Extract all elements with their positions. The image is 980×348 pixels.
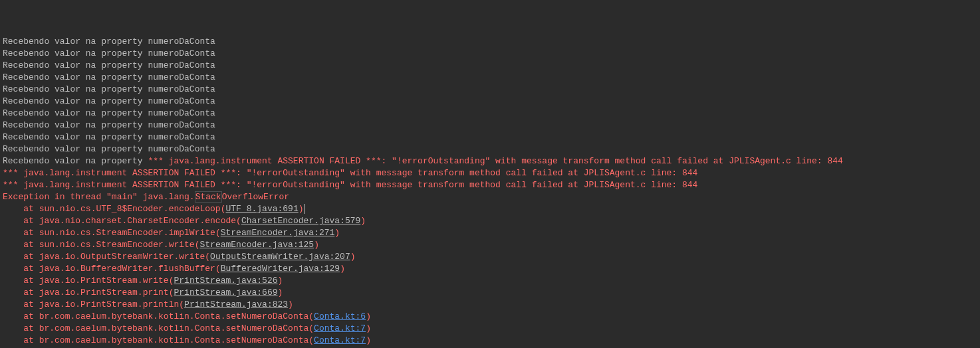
indent: [3, 263, 23, 275]
log-line: Recebendo valor na property numeroDaCont…: [3, 72, 977, 84]
stack-frame: at sun.nio.cs.StreamEncoder.implWrite(St…: [3, 227, 977, 239]
paren-close: ): [334, 228, 340, 238]
paren-close: ): [299, 204, 304, 214]
stack-frame: at java.io.OutputStreamWriter.write(Outp…: [3, 251, 977, 263]
log-line: Recebendo valor na property numeroDaCont…: [3, 108, 977, 120]
source-link[interactable]: PrintStream.java:669: [174, 288, 277, 298]
indent: [3, 215, 23, 227]
paren-close: ): [366, 323, 371, 333]
paren-open: (: [308, 323, 314, 333]
paren-open: (: [215, 228, 221, 238]
at-keyword: at: [23, 323, 39, 333]
at-keyword: at: [23, 311, 39, 321]
stack-frame: at java.io.PrintStream.println(PrintStre…: [3, 299, 977, 311]
stack-method: java.io.PrintStream.print: [39, 288, 169, 298]
at-keyword: at: [23, 252, 39, 262]
source-link[interactable]: PrintStream.java:823: [184, 300, 288, 309]
indent: [3, 275, 23, 287]
indent: [3, 251, 23, 263]
stack-frame: at java.io.BufferedWriter.flushBuffer(Bu…: [3, 263, 977, 275]
indent: [3, 299, 23, 311]
paren-open: (: [205, 252, 210, 262]
stack-frame: at sun.nio.cs.StreamEncoder.write(Stream…: [3, 239, 977, 251]
log-line: Recebendo valor na property numeroDaCont…: [3, 36, 977, 48]
paren-open: (: [308, 335, 314, 345]
source-link[interactable]: OutputStreamWriter.java:207: [210, 252, 350, 262]
source-link[interactable]: BufferedWriter.java:129: [221, 264, 340, 274]
log-partial: Recebendo valor na property: [3, 156, 148, 166]
paren-open: (: [308, 311, 314, 321]
exception-suffix: OverflowError: [222, 192, 289, 202]
at-keyword: at: [23, 228, 39, 238]
log-line: Recebendo valor na property numeroDaCont…: [3, 131, 977, 143]
paren-close: ): [366, 335, 371, 345]
console-output[interactable]: Recebendo valor na property numeroDaCont…: [0, 36, 980, 348]
stack-frame: at java.nio.charset.CharsetEncoder.encod…: [3, 215, 977, 227]
at-keyword: at: [23, 264, 39, 274]
stack-method: java.nio.charset.CharsetEncoder.encode: [39, 216, 236, 226]
paren-close: ): [350, 252, 356, 262]
stack-method: sun.nio.cs.UTF_8$Encoder.encodeLoop: [39, 204, 221, 214]
indent: [3, 323, 23, 335]
paren-close: ): [366, 311, 371, 321]
paren-open: (: [236, 216, 241, 226]
assertion-error: *** java.lang.instrument ASSERTION FAILE…: [3, 167, 977, 179]
stack-method: java.io.PrintStream.write: [39, 276, 169, 286]
stack-frame: at java.io.PrintStream.print(PrintStream…: [3, 287, 977, 299]
find-highlight: Stack: [195, 191, 222, 203]
at-keyword: at: [23, 288, 39, 298]
paren-open: (: [179, 300, 184, 309]
stack-method: br.com.caelum.bytebank.kotlin.Conta.setN…: [39, 335, 309, 345]
source-link[interactable]: PrintStream.java:526: [174, 276, 277, 286]
stack-method: java.io.OutputStreamWriter.write: [39, 252, 205, 262]
log-line: Recebendo valor na property numeroDaCont…: [3, 48, 977, 60]
stack-frame: at sun.nio.cs.UTF_8$Encoder.encodeLoop(U…: [3, 203, 977, 215]
stack-method: sun.nio.cs.StreamEncoder.write: [39, 240, 195, 250]
log-line: Recebendo valor na property numeroDaCont…: [3, 143, 977, 155]
assertion-error: *** java.lang.instrument ASSERTION FAILE…: [148, 156, 842, 166]
paren-close: ): [340, 264, 345, 274]
source-link[interactable]: StreamEncoder.java:125: [199, 240, 314, 250]
exception-prefix: Exception in thread "main" java.lang.: [3, 192, 195, 202]
log-line-mixed: Recebendo valor na property *** java.lan…: [3, 155, 977, 167]
log-line: Recebendo valor na property numeroDaCont…: [3, 120, 977, 131]
at-keyword: at: [23, 335, 39, 345]
paren-close: ): [278, 288, 283, 298]
text-cursor: [304, 204, 305, 214]
indent: [3, 239, 23, 251]
source-link[interactable]: Conta.kt:7: [314, 323, 366, 333]
log-line: Recebendo valor na property numeroDaCont…: [3, 84, 977, 96]
at-keyword: at: [23, 240, 39, 250]
indent: [3, 227, 23, 239]
indent: [3, 287, 23, 299]
at-keyword: at: [23, 204, 39, 214]
paren-close: ): [360, 216, 366, 226]
paren-close: ): [278, 276, 283, 286]
exception-header: Exception in thread "main" java.lang.Sta…: [3, 191, 977, 203]
source-link[interactable]: Conta.kt:6: [314, 311, 366, 321]
paren-close: ): [314, 240, 319, 250]
stack-method: br.com.caelum.bytebank.kotlin.Conta.setN…: [39, 311, 309, 321]
at-keyword: at: [23, 300, 39, 309]
stack-method: java.io.PrintStream.println: [39, 300, 180, 309]
paren-close: ): [288, 300, 293, 309]
at-keyword: at: [23, 276, 39, 286]
paren-open: (: [215, 264, 221, 274]
log-line: Recebendo valor na property numeroDaCont…: [3, 60, 977, 72]
stack-frame: at br.com.caelum.bytebank.kotlin.Conta.s…: [3, 323, 977, 335]
source-link[interactable]: UTF_8.java:691: [225, 204, 298, 214]
indent: [3, 311, 23, 323]
at-keyword: at: [23, 216, 39, 226]
stack-method: br.com.caelum.bytebank.kotlin.Conta.setN…: [39, 323, 309, 333]
assertion-error: *** java.lang.instrument ASSERTION FAILE…: [3, 179, 977, 191]
stack-frame: at br.com.caelum.bytebank.kotlin.Conta.s…: [3, 311, 977, 323]
stack-frame: at br.com.caelum.bytebank.kotlin.Conta.s…: [3, 335, 977, 347]
source-link[interactable]: StreamEncoder.java:271: [221, 228, 335, 238]
indent: [3, 203, 23, 215]
indent: [3, 335, 23, 347]
source-link[interactable]: Conta.kt:7: [314, 335, 366, 345]
source-link[interactable]: CharsetEncoder.java:579: [241, 216, 360, 226]
stack-method: sun.nio.cs.StreamEncoder.implWrite: [39, 228, 215, 238]
stack-frame: at java.io.PrintStream.write(PrintStream…: [3, 275, 977, 287]
stack-method: java.io.BufferedWriter.flushBuffer: [39, 264, 215, 274]
